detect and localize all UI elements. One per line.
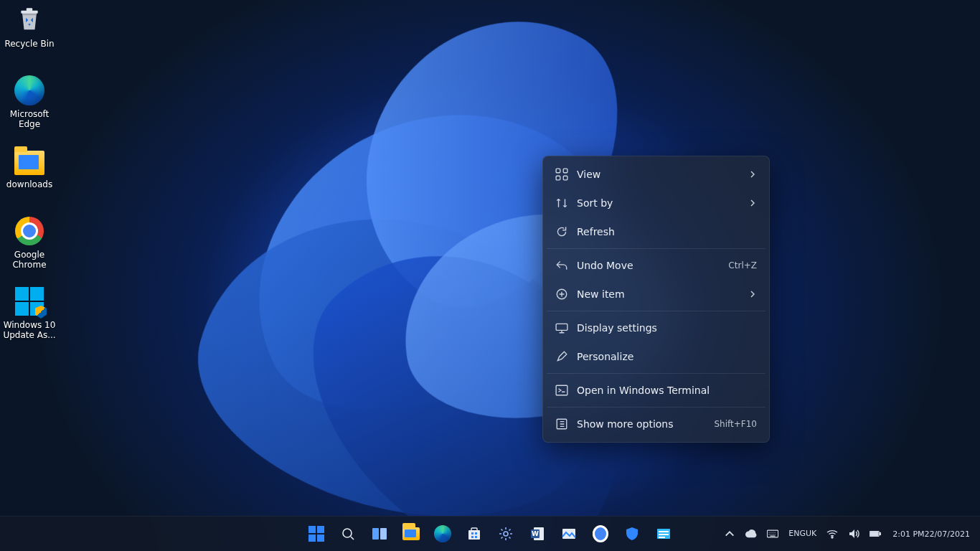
svg-point-29	[831, 537, 833, 538]
word-button[interactable]: W	[523, 519, 552, 548]
svg-rect-16	[475, 532, 477, 534]
icon-label: downloads	[6, 179, 52, 189]
windows-security-button[interactable]	[618, 519, 646, 548]
tray-overflow-button[interactable]	[720, 519, 740, 548]
chrome-button[interactable]	[586, 519, 615, 548]
display-icon	[555, 321, 568, 334]
search-button[interactable]	[334, 519, 362, 548]
snip-icon	[561, 526, 577, 542]
desktop-icon-win10-update[interactable]: Windows 10 Update As...	[3, 286, 56, 350]
recycle-bin-icon	[14, 4, 45, 36]
desktop[interactable]: Recycle Bin Microsoft Edge downloads Goo…	[0, 0, 980, 551]
mail-icon	[656, 526, 672, 542]
svg-rect-17	[471, 536, 473, 538]
snipping-tool-button[interactable]	[555, 519, 583, 548]
search-icon	[341, 527, 355, 541]
taskbar[interactable]: W ENG UK 2:01 PM 22/07/2021	[0, 516, 980, 551]
svg-rect-32	[871, 532, 878, 536]
tray-language-button[interactable]: ENG UK	[784, 519, 821, 548]
svg-point-19	[504, 532, 508, 536]
desktop-icon-downloads[interactable]: downloads	[3, 145, 56, 209]
menu-shortcut: Ctrl+Z	[728, 260, 757, 270]
mail-button[interactable]	[649, 519, 678, 548]
refresh-icon	[555, 225, 568, 238]
chevron-right-icon	[748, 290, 757, 298]
start-button[interactable]	[302, 519, 331, 548]
desktop-icon-chrome[interactable]: Google Chrome	[3, 215, 56, 280]
volume-icon	[848, 528, 859, 540]
svg-text:W: W	[532, 530, 539, 537]
svg-rect-1	[27, 8, 32, 11]
menu-item-undo-move[interactable]: Undo Move Ctrl+Z	[547, 251, 765, 280]
chevron-right-icon	[748, 170, 757, 179]
svg-rect-2	[556, 169, 560, 173]
shield-icon	[624, 526, 640, 542]
menu-item-open-terminal[interactable]: Open in Windows Terminal	[547, 376, 765, 405]
windows-update-icon	[14, 286, 45, 317]
chrome-icon	[14, 215, 45, 247]
brush-icon	[555, 350, 568, 363]
task-view-button[interactable]	[365, 519, 394, 548]
svg-rect-18	[475, 536, 477, 538]
word-icon: W	[529, 526, 545, 542]
svg-rect-7	[556, 324, 567, 330]
menu-label: Show more options	[577, 418, 714, 430]
icon-label: Recycle Bin	[4, 39, 54, 49]
chevron-right-icon	[748, 199, 757, 207]
desktop-icon-recycle-bin[interactable]: Recycle Bin	[3, 4, 56, 69]
svg-rect-12	[380, 528, 387, 540]
svg-point-10	[343, 529, 352, 537]
menu-separator	[547, 373, 765, 374]
menu-item-new-item[interactable]: New item	[547, 280, 765, 309]
cloud-icon	[745, 528, 757, 540]
keyboard-icon	[767, 528, 778, 540]
lang-primary: ENG	[788, 529, 806, 538]
wifi-icon	[826, 528, 838, 540]
svg-rect-27	[659, 537, 665, 538]
file-explorer-button[interactable]	[397, 519, 425, 548]
microsoft-store-button[interactable]	[460, 519, 489, 548]
edge-button[interactable]	[428, 519, 457, 548]
menu-separator	[547, 407, 765, 408]
menu-item-show-more-options[interactable]: Show more options Shift+F10	[547, 410, 765, 438]
svg-rect-14	[471, 528, 477, 531]
menu-separator	[547, 248, 765, 249]
clock-time: 2:01 PM	[892, 529, 924, 539]
battery-icon	[870, 528, 881, 540]
menu-item-sort-by[interactable]: Sort by	[547, 189, 765, 217]
menu-label: Display settings	[577, 322, 757, 334]
grid-icon	[555, 168, 568, 181]
menu-label: New item	[577, 288, 748, 300]
folder-icon	[14, 145, 45, 176]
menu-label: Undo Move	[577, 260, 728, 271]
menu-item-display-settings[interactable]: Display settings	[547, 314, 765, 342]
clock-date: 22/07/2021	[925, 529, 970, 539]
chrome-icon	[593, 526, 608, 542]
tray-clock[interactable]: 2:01 PM 22/07/2021	[887, 519, 976, 548]
menu-separator	[547, 311, 765, 311]
svg-rect-26	[659, 534, 669, 535]
more-options-icon	[555, 418, 568, 430]
gear-icon	[498, 526, 514, 542]
tray-wifi[interactable]	[822, 519, 842, 548]
tray-battery[interactable]	[865, 519, 885, 548]
lang-secondary: UK	[806, 529, 816, 538]
svg-rect-11	[372, 528, 379, 540]
svg-rect-13	[468, 530, 480, 540]
menu-label: Personalize	[577, 351, 757, 362]
menu-item-refresh[interactable]: Refresh	[547, 217, 765, 246]
tray-volume[interactable]	[844, 519, 864, 548]
folder-icon	[402, 527, 420, 540]
menu-item-personalize[interactable]: Personalize	[547, 342, 765, 371]
svg-rect-5	[563, 176, 567, 180]
svg-rect-25	[659, 531, 669, 532]
settings-button[interactable]	[491, 519, 520, 548]
menu-label: Open in Windows Terminal	[577, 385, 757, 396]
icon-label: Windows 10 Update As...	[3, 320, 56, 340]
desktop-icon-edge[interactable]: Microsoft Edge	[3, 75, 56, 139]
tray-onedrive[interactable]	[741, 519, 761, 548]
edge-icon	[434, 525, 451, 542]
desktop-context-menu[interactable]: View Sort by Refresh Undo Move Ctrl+Z Ne…	[542, 156, 770, 443]
tray-input-indicator[interactable]	[763, 519, 783, 548]
menu-item-view[interactable]: View	[547, 160, 765, 189]
